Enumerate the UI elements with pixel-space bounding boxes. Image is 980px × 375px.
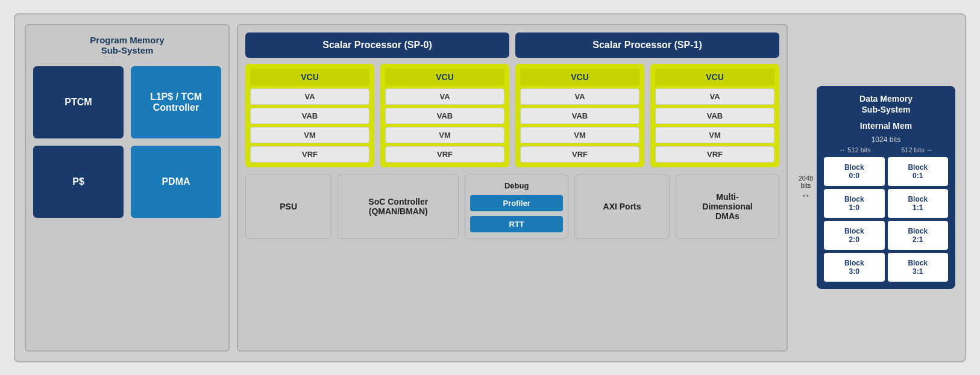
vcu-unit-2: VCU VA VAB VM VRF <box>515 64 644 167</box>
l1p-block: L1P$ / TCMController <box>131 66 221 138</box>
right-panel-title: Data MemorySub-System <box>824 93 948 115</box>
bits-1024-label: 1024 bits <box>824 135 948 144</box>
axi-block: AXI Ports <box>574 175 670 239</box>
sp-row: Scalar Processor (SP-0) Scalar Processor… <box>245 33 779 58</box>
block-1-1: Block1:1 <box>888 189 949 218</box>
block-grid: Block0:0 Block0:1 Block1:0 Block1:1 Bloc… <box>824 157 948 282</box>
left-panel-title: Program MemorySub-System <box>33 35 221 55</box>
block-2-1: Block2:1 <box>888 221 949 250</box>
debug-title: Debug <box>504 181 529 190</box>
ptcm-block: PTCM <box>33 66 124 138</box>
vm-1: VM <box>385 127 504 143</box>
center-panel: Scalar Processor (SP-0) Scalar Processor… <box>237 24 788 352</box>
internal-mem-title: Internal Mem <box>824 121 948 131</box>
psu-block: PSU <box>245 175 331 239</box>
va-3: VA <box>655 88 774 105</box>
vcu-unit-1: VCU VA VAB VM VRF <box>380 64 509 167</box>
bottom-row: PSU SoC Controller(QMAN/BMAN) Debug Prof… <box>245 175 779 239</box>
vcu-label-3: VCU <box>655 69 774 85</box>
block-3-0: Block3:0 <box>824 253 885 282</box>
vm-2: VM <box>520 127 639 143</box>
debug-block: Debug Profiler RTT <box>465 175 568 239</box>
vrf-1: VRF <box>385 146 504 163</box>
vm-0: VM <box>250 127 369 143</box>
vcu-row: VCU VA VAB VM VRF VCU VA VAB VM VRF VCU … <box>245 64 779 167</box>
internal-mem-section: Internal Mem 1024 bits ↔ 512 bits 512 bi… <box>824 121 948 282</box>
block-2-0: Block2:0 <box>824 221 885 250</box>
vab-2: VAB <box>520 108 639 124</box>
main-container: Program MemorySub-System PTCM L1P$ / TCM… <box>14 13 966 362</box>
bits-512-right-label: 512 bits ↔ <box>901 146 933 153</box>
soc-block: SoC Controller(QMAN/BMAN) <box>338 175 459 239</box>
pdma-block: PDMA <box>131 146 221 218</box>
dma-block: Multi-DimensionalDMAs <box>676 175 779 239</box>
profiler-button[interactable]: Profiler <box>470 195 563 211</box>
sp1-block: Scalar Processor (SP-1) <box>515 33 779 58</box>
bits-512-left-label: ↔ 512 bits <box>839 146 871 153</box>
vrf-2: VRF <box>520 146 639 163</box>
vcu-unit-0: VCU VA VAB VM VRF <box>245 64 374 167</box>
vab-0: VAB <box>250 108 369 124</box>
va-0: VA <box>250 88 369 105</box>
left-grid: PTCM L1P$ / TCMController P$ PDMA <box>33 66 221 218</box>
arrow-2048: ↔ <box>801 190 811 201</box>
bits-2048-text: 2048bits <box>799 175 813 189</box>
right-panel-wrapper: 2048bits ↔ Data MemorySub-System Interna… <box>795 24 955 352</box>
rtt-button[interactable]: RTT <box>470 216 563 232</box>
bits-2048-label: 2048bits ↔ <box>795 175 817 201</box>
vrf-3: VRF <box>655 146 774 163</box>
va-1: VA <box>385 88 504 105</box>
block-0-1: Block0:1 <box>888 157 949 186</box>
right-panel: Data MemorySub-System Internal Mem 1024 … <box>817 86 955 289</box>
va-2: VA <box>520 88 639 105</box>
vcu-label-0: VCU <box>250 69 369 85</box>
vcu-label-1: VCU <box>385 69 504 85</box>
vab-3: VAB <box>655 108 774 124</box>
vcu-unit-3: VCU VA VAB VM VRF <box>650 64 779 167</box>
vcu-label-2: VCU <box>520 69 639 85</box>
vrf-0: VRF <box>250 146 369 163</box>
block-0-0: Block0:0 <box>824 157 885 186</box>
block-1-0: Block1:0 <box>824 189 885 218</box>
left-panel: Program MemorySub-System PTCM L1P$ / TCM… <box>25 24 230 352</box>
block-3-1: Block3:1 <box>888 253 949 282</box>
vab-1: VAB <box>385 108 504 124</box>
vm-3: VM <box>655 127 774 143</box>
sp0-block: Scalar Processor (SP-0) <box>245 33 509 58</box>
ps-block: P$ <box>33 146 124 218</box>
bits-512-row: ↔ 512 bits 512 bits ↔ <box>824 146 948 153</box>
